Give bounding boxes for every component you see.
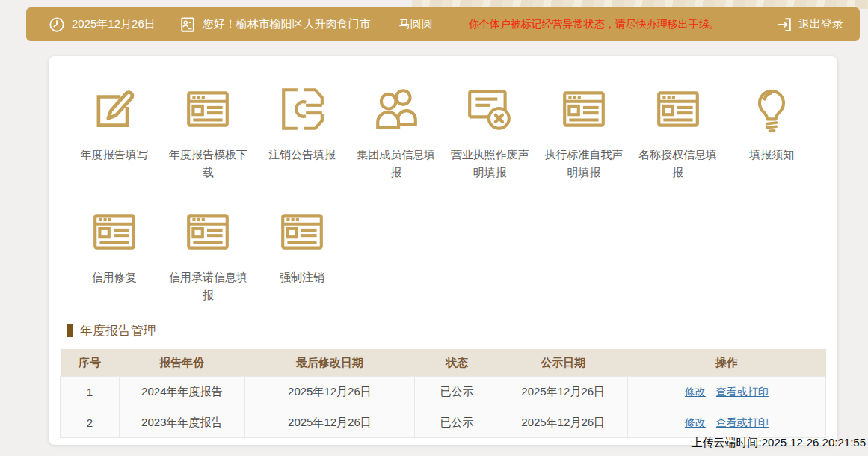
shortcut-license-void-declaration[interactable]: 营业执照作废声明填报	[443, 84, 538, 182]
shortcut-label: 名称授权信息填报	[631, 146, 725, 182]
shortcut-credit-commitment[interactable]: 信用承诺信息填报	[161, 207, 256, 304]
shortcut-label: 填报须知	[742, 146, 801, 164]
shortcut-credit-repair[interactable]: 信用修复	[67, 207, 161, 304]
modify-link[interactable]: 修改	[685, 416, 706, 428]
shortcut-label: 年度报告填写	[73, 146, 156, 164]
table-row: 2 2023年年度报告 2025年12月26日 已公示 2025年12月26日 …	[61, 407, 826, 438]
credit-repair-icon	[90, 207, 139, 259]
shortcut-standard-self-declaration[interactable]: 执行标准自我声明填报	[537, 84, 631, 182]
shortcut-label: 年度报告模板下载	[161, 146, 256, 182]
cell-actions: 修改查看或打印	[627, 407, 825, 438]
col-header-publish-date: 公示日期	[499, 349, 627, 377]
forced-cancellation-icon	[277, 207, 327, 259]
section-header: 年度报告管理	[67, 322, 837, 339]
logout-label: 退出登录	[798, 17, 843, 31]
modify-link[interactable]: 修改	[685, 386, 706, 398]
shortcut-filing-notice[interactable]: 填报须知	[724, 84, 819, 182]
abnormal-status-warning: 你个体户被标记经营异常状态，请尽快办理移出手续。	[469, 18, 720, 31]
date-group: 2025年12月26日	[49, 16, 156, 33]
main-card: 年度报告填写 年度报告模板下载	[49, 56, 837, 445]
filing-notice-bulb-icon	[747, 84, 796, 137]
username: 马圆圆	[399, 17, 433, 31]
id-badge-icon	[179, 16, 196, 33]
standard-self-declaration-icon	[559, 84, 609, 137]
credit-commitment-icon	[183, 207, 233, 259]
clock-icon	[49, 16, 65, 33]
col-header-report-year: 报告年份	[119, 349, 244, 377]
cell-publish-date: 2025年12月26日	[499, 377, 627, 407]
view-or-print-link[interactable]: 查看或打印	[716, 386, 769, 398]
upload-time-text: 上传云端时间:2025-12-26 20:21:55	[692, 436, 866, 450]
shortcut-group-members[interactable]: 集团成员信息填报	[349, 84, 443, 182]
section-marker	[67, 324, 73, 337]
logout-button[interactable]: 退出登录	[776, 16, 843, 33]
col-header-no: 序号	[61, 349, 120, 377]
col-header-actions: 操作	[627, 349, 825, 377]
shortcut-forced-cancellation[interactable]: 强制注销	[255, 207, 349, 304]
name-authorization-icon	[653, 84, 703, 137]
license-void-declaration-icon	[465, 84, 514, 137]
logout-icon	[776, 16, 792, 33]
col-header-last-modified: 最后修改日期	[244, 349, 414, 377]
cell-status: 已公示	[415, 407, 499, 438]
annual-report-table: 序号 报告年份 最后修改日期 状态 公示日期 操作 1 2024年年度报告 20…	[60, 349, 826, 438]
greeting-group: 您好！榆林市榆阳区大升肉食门市	[179, 16, 371, 33]
cell-no: 1	[61, 377, 120, 407]
view-or-print-link[interactable]: 查看或打印	[716, 416, 769, 428]
cell-report-year: 2023年年度报告	[119, 407, 244, 438]
shortcut-label: 信用承诺信息填报	[161, 268, 256, 304]
shortcut-label: 营业执照作废声明填报	[443, 146, 538, 182]
cell-last-modified: 2025年12月26日	[244, 407, 414, 438]
top-status-bar: 2025年12月26日 您好！榆林市榆阳区大升肉食门市 马圆圆 你个体户被标记经…	[26, 7, 860, 41]
table-row: 1 2024年年度报告 2025年12月26日 已公示 2025年12月26日 …	[61, 377, 826, 407]
shortcut-grid: 年度报告填写 年度报告模板下载	[49, 56, 837, 304]
cell-no: 2	[61, 407, 120, 438]
cell-actions: 修改查看或打印	[627, 377, 825, 407]
annual-report-edit-icon	[90, 84, 139, 137]
section-title: 年度报告管理	[80, 322, 156, 339]
col-header-status: 状态	[415, 349, 499, 377]
cell-publish-date: 2025年12月26日	[499, 407, 627, 438]
shortcut-annual-report-edit[interactable]: 年度报告填写	[67, 84, 161, 182]
shortcut-template-download[interactable]: 年度报告模板下载	[161, 84, 256, 182]
group-members-icon	[372, 84, 421, 137]
shortcut-cancellation-announcement[interactable]: 注销公告填报	[255, 84, 349, 182]
shortcut-label: 注销公告填报	[261, 146, 343, 164]
cell-last-modified: 2025年12月26日	[244, 377, 414, 407]
table-header-row: 序号 报告年份 最后修改日期 状态 公示日期 操作	[61, 349, 826, 377]
cell-report-year: 2024年年度报告	[119, 377, 244, 407]
template-download-icon	[183, 84, 233, 137]
cell-status: 已公示	[415, 377, 499, 407]
cancellation-announcement-icon	[277, 84, 327, 137]
greeting-text: 您好！榆林市榆阳区大升肉食门市	[203, 17, 371, 31]
shortcut-label: 执行标准自我声明填报	[537, 146, 631, 182]
shortcut-label: 信用修复	[84, 268, 144, 286]
shortcut-label: 强制注销	[272, 268, 332, 286]
current-date: 2025年12月26日	[72, 17, 156, 31]
shortcut-name-authorization[interactable]: 名称授权信息填报	[631, 84, 725, 182]
shortcut-label: 集团成员信息填报	[349, 146, 443, 182]
